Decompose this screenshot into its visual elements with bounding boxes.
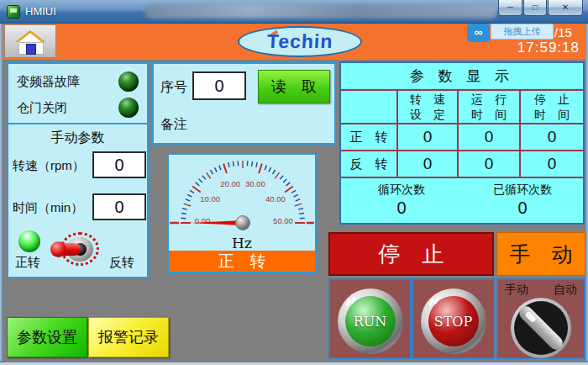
forward-speed-value: 0 — [398, 124, 459, 151]
forward-label: 正转 — [15, 255, 40, 271]
inverter-fault-label: 变频器故障 — [17, 74, 80, 90]
time-input[interactable]: 0 — [92, 193, 146, 220]
remark-label: 备注 — [160, 116, 187, 134]
blurred-title-text — [144, 4, 497, 19]
alarm-record-button[interactable]: 报警记录 — [88, 317, 169, 357]
cycle-count-value: 0 — [396, 198, 406, 218]
selector-handle-highlight — [524, 310, 537, 323]
read-button[interactable]: 读 取 — [258, 70, 330, 103]
param-col-stoptime: 停 止 时 间 — [521, 91, 583, 124]
cycle-section: 循环次数 0 已循环次数 0 — [341, 178, 583, 221]
window-controls: ─ □ ✕ — [497, 0, 583, 16]
cycle-done-label: 已循环次数 — [493, 182, 552, 198]
close-button[interactable]: ✕ — [548, 0, 583, 16]
param-col-runtime: 运 行 时 间 — [459, 91, 521, 124]
reverse-label: 反转 — [109, 255, 134, 271]
door-closed-led-icon — [118, 98, 139, 118]
svg-text:10.00: 10.00 — [200, 194, 220, 204]
param-col-speed: 转 速 设 定 — [398, 91, 459, 124]
selector-manual-label: 手动 — [505, 283, 528, 298]
record-panel: 序号 0 读 取 备注 — [152, 62, 336, 145]
forward-led-icon — [18, 230, 40, 252]
toggle-handle-ball — [50, 241, 66, 257]
serial-label: 序号 — [160, 79, 187, 97]
titlebar[interactable]: HMIUI ─ □ ✕ — [0, 0, 588, 24]
home-icon-door — [26, 44, 36, 55]
speed-label: 转速（rpm） — [13, 158, 85, 174]
stop-button-panel: STOP — [412, 278, 495, 359]
clock-display: 17:59:18 — [486, 40, 580, 56]
logo-text: Techin — [266, 30, 333, 53]
col-runtime-line2: 时 间 — [467, 107, 511, 122]
svg-text:40.00: 40.00 — [265, 194, 286, 204]
selector-auto-label: 自动 — [554, 283, 577, 298]
speed-input[interactable]: 0 — [92, 151, 146, 178]
app-icon — [7, 5, 20, 19]
window-border-bottom — [0, 361, 588, 365]
window-title: HMIUI — [25, 5, 56, 18]
reverse-stoptime-value: 0 — [521, 151, 583, 178]
gauge-unit-label: Hz — [169, 235, 315, 251]
row-forward-label: 正 转 — [341, 124, 398, 151]
inverter-fault-led-icon — [118, 71, 139, 92]
cycle-done-value: 0 — [517, 198, 527, 218]
drag-upload-button[interactable]: 拖拽上传 — [491, 24, 554, 40]
col-stoptime-line2: 时 间 — [530, 107, 574, 122]
mode-selector-switch[interactable] — [511, 298, 571, 358]
svg-text:30.00: 30.00 — [245, 179, 265, 188]
rotation-status-bar: 正 转 — [169, 251, 315, 272]
col-stoptime-line1: 停 止 — [530, 92, 574, 107]
col-speed-line1: 转 速 — [406, 92, 449, 107]
row-reverse-label: 反 转 — [341, 151, 398, 178]
run-button[interactable]: RUN — [338, 288, 403, 354]
forward-stoptime-value: 0 — [521, 124, 583, 151]
status-row-inverter: 变频器故障 — [17, 71, 139, 93]
header-bar: Techin ∞ 拖拽上传 /15 17:59:18 — [3, 24, 585, 60]
gauge-panel: 0.0010.0020.0030.0040.0050.00 Hz 正 转 — [167, 153, 317, 273]
time-label: 时间（min） — [13, 200, 83, 216]
param-col-corner — [341, 91, 398, 124]
cycle-count-block: 循环次数 0 — [341, 178, 462, 221]
hmi-screen: Techin ∞ 拖拽上传 /15 17:59:18 变频器故障 仓门关闭 手动… — [3, 24, 585, 361]
hmi-window: HMIUI ─ □ ✕ Techin ∞ — [0, 0, 588, 365]
page-indicator: /15 — [554, 25, 572, 40]
left-panel: 变频器故障 仓门关闭 手动参数 转速（rpm） 0 时间（min） 0 正转 — [7, 62, 149, 278]
direction-toggle-switch[interactable] — [52, 231, 102, 268]
maximize-button[interactable]: □ — [523, 0, 547, 16]
cycle-done-block: 已循环次数 0 — [462, 178, 583, 221]
manual-params-title: 手动参数 — [8, 130, 147, 147]
svg-text:0.00: 0.00 — [195, 216, 211, 225]
param-table-title: 参 数 显 示 — [341, 63, 583, 91]
status-row-door: 仓门关闭 — [17, 97, 139, 119]
home-icon — [15, 30, 45, 54]
door-closed-label: 仓门关闭 — [17, 100, 67, 116]
col-runtime-line1: 运 行 — [467, 92, 511, 107]
brand-logo: Techin — [238, 26, 362, 57]
selector-labels: 手动 自动 — [498, 283, 584, 298]
cycle-count-label: 循环次数 — [378, 182, 425, 198]
reverse-speed-value: 0 — [398, 151, 459, 178]
col-speed-line2: 设 定 — [406, 107, 449, 122]
manual-mode-button[interactable]: 手 动 — [496, 232, 585, 276]
params-settings-button[interactable]: 参数设置 — [7, 317, 87, 357]
stop-round-button[interactable]: STOP — [421, 288, 486, 354]
svg-text:20.00: 20.00 — [220, 179, 240, 188]
stop-big-button[interactable]: 停 止 — [328, 232, 494, 276]
reverse-runtime-value: 0 — [459, 151, 521, 178]
home-button[interactable] — [4, 24, 56, 58]
frequency-gauge: 0.0010.0020.0030.0040.0050.00 — [169, 156, 315, 236]
param-table-panel: 参 数 显 示 转 速 设 定 运 行 时 间 停 止 时 间 正 转 0 0 … — [339, 61, 585, 225]
svg-text:50.00: 50.00 — [273, 216, 293, 225]
run-button-panel: RUN — [328, 278, 412, 359]
serial-input[interactable]: 0 — [192, 71, 246, 100]
forward-runtime-value: 0 — [459, 124, 521, 151]
minimize-button[interactable]: ─ — [498, 0, 522, 16]
panel-divider — [8, 123, 147, 124]
mode-selector-panel: 手动 自动 — [496, 278, 585, 359]
